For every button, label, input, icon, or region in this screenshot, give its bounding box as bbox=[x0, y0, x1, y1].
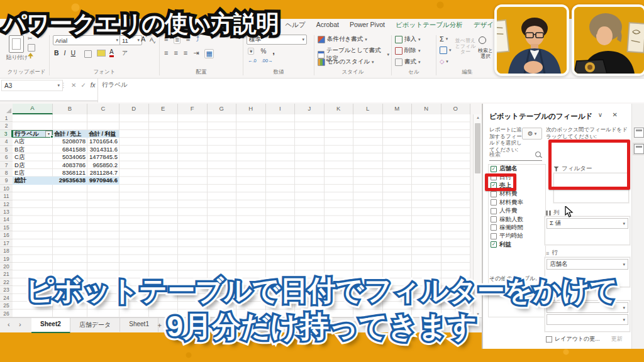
increase-decimal-icon[interactable]: ←.0 bbox=[248, 58, 257, 63]
pivot-sales-value[interactable]: 5034065 bbox=[53, 153, 87, 161]
row-number[interactable]: 20 bbox=[0, 263, 13, 270]
font-color-icon[interactable]: A bbox=[109, 48, 114, 57]
field-checkbox[interactable] bbox=[491, 233, 497, 239]
row-number[interactable]: 7 bbox=[0, 162, 13, 169]
insert-function-button[interactable]: fx bbox=[91, 82, 96, 89]
pivot-sales-value[interactable]: 4083786 bbox=[53, 162, 87, 169]
field-list-item[interactable]: 稼働時間 bbox=[489, 224, 545, 232]
pivot-total-sales[interactable]: 29535638 bbox=[53, 177, 87, 184]
pivot-sales-value[interactable]: 8368121 bbox=[53, 169, 87, 177]
field-list-item[interactable]: ✓利益 bbox=[489, 241, 545, 249]
field-checkbox[interactable] bbox=[491, 216, 497, 222]
row-number[interactable]: 3 bbox=[0, 130, 13, 138]
panel-close-icon[interactable]: ✕ bbox=[613, 111, 618, 118]
row-number[interactable]: 9 bbox=[0, 177, 13, 184]
row-number[interactable]: 18 bbox=[0, 247, 13, 255]
autosum-button[interactable]: Σ▾ bbox=[440, 35, 448, 43]
percent-icon[interactable]: % bbox=[260, 48, 266, 55]
name-box[interactable]: A3▾ bbox=[1, 80, 63, 91]
field-list-item[interactable]: 人件費 bbox=[489, 207, 545, 215]
row-number[interactable]: 11 bbox=[0, 192, 13, 200]
merge-center-icon[interactable]: ▦ bbox=[204, 49, 213, 58]
italic-button[interactable]: I bbox=[64, 49, 66, 57]
underline-button[interactable]: U bbox=[71, 49, 76, 57]
name-box-dropdown-icon[interactable]: ▾ bbox=[57, 83, 60, 88]
insert-cells-button[interactable]: 挿入▾ bbox=[395, 35, 421, 43]
copy-icon[interactable] bbox=[28, 44, 35, 52]
align-center-icon[interactable]: ≡ bbox=[174, 49, 177, 58]
field-checkbox[interactable] bbox=[491, 208, 497, 214]
field-list-item[interactable]: 稼動人数 bbox=[489, 215, 545, 223]
row-number[interactable]: 10 bbox=[0, 185, 13, 192]
row-number[interactable]: 17 bbox=[0, 239, 13, 247]
column-header[interactable]: E bbox=[149, 104, 179, 114]
row-number[interactable]: 19 bbox=[0, 255, 13, 263]
currency-icon[interactable]: ¥ bbox=[248, 48, 254, 55]
row-number[interactable]: 4 bbox=[0, 138, 13, 145]
field-list-item[interactable]: 平均時給 bbox=[489, 232, 545, 240]
clear-button[interactable]: ◇▾ bbox=[440, 58, 448, 65]
align-right-icon[interactable]: ≡ bbox=[184, 49, 187, 58]
pivot-header-cell[interactable]: 合計 / 売上 bbox=[53, 130, 87, 138]
column-header[interactable]: F bbox=[178, 104, 208, 114]
phonetic-icon[interactable]: ア bbox=[122, 49, 128, 57]
column-header[interactable]: H bbox=[236, 104, 266, 114]
ribbon-tab[interactable]: Acrobat bbox=[316, 21, 339, 30]
formula-input[interactable]: 行ラベル bbox=[97, 79, 644, 102]
delete-cells-button[interactable]: 削除▾ bbox=[395, 47, 421, 55]
columns-area-dropzone[interactable]: Σ 値▾ bbox=[545, 216, 630, 245]
field-checkbox[interactable] bbox=[491, 199, 497, 206]
column-header[interactable]: B bbox=[53, 104, 87, 114]
row-number[interactable]: 2 bbox=[0, 122, 13, 129]
column-header[interactable]: K bbox=[325, 104, 354, 114]
row-number[interactable]: 13 bbox=[0, 208, 13, 216]
indent-icon[interactable]: ⇥ bbox=[193, 49, 199, 58]
column-header[interactable]: M bbox=[383, 104, 413, 114]
pivot-row-label[interactable]: E店 bbox=[13, 169, 53, 177]
row-number[interactable]: 16 bbox=[0, 231, 13, 239]
field-list-item[interactable]: 材料費率 bbox=[489, 199, 545, 207]
pivot-total-label[interactable]: 総計 bbox=[13, 177, 53, 184]
column-header[interactable]: G bbox=[208, 104, 237, 114]
pivot-profit-value[interactable]: 965850.2 bbox=[87, 162, 119, 169]
row-number[interactable]: 6 bbox=[0, 153, 13, 161]
enter-button[interactable]: ✓ bbox=[80, 82, 86, 89]
find-select-button[interactable]: 検索と選択 bbox=[476, 48, 495, 59]
pivot-header-cell[interactable]: 合計 / 利益 bbox=[87, 130, 119, 138]
column-header[interactable]: N bbox=[412, 104, 441, 114]
row-number[interactable]: 12 bbox=[0, 200, 13, 208]
cell-styles-button[interactable]: セルのスタイル▾ bbox=[318, 58, 374, 66]
column-header[interactable]: D bbox=[119, 104, 149, 114]
borders-icon[interactable] bbox=[84, 50, 92, 58]
field-checkbox[interactable]: ✓ bbox=[491, 166, 497, 172]
scroll-up-icon[interactable]: ▴ bbox=[474, 115, 482, 120]
ribbon-tab[interactable]: ヘルプ bbox=[285, 21, 305, 30]
column-header[interactable]: A bbox=[13, 104, 53, 114]
panel-chevron-icon[interactable]: ∨ bbox=[598, 111, 602, 118]
row-number[interactable]: 15 bbox=[0, 224, 13, 231]
paste-label[interactable]: 貼り付け bbox=[6, 54, 28, 62]
tools-gear-button[interactable]: ⚙ ▾ bbox=[522, 128, 542, 140]
field-checkbox[interactable]: ✓ bbox=[491, 241, 497, 248]
row-number[interactable]: 1 bbox=[0, 114, 13, 122]
format-painter-icon[interactable] bbox=[28, 53, 33, 58]
calculator-panel-icon[interactable] bbox=[634, 144, 644, 154]
ribbon-tab[interactable]: Power Pivot bbox=[350, 21, 385, 30]
fill-button[interactable]: ▾ bbox=[440, 47, 452, 54]
row-number[interactable]: 14 bbox=[0, 216, 13, 223]
pivot-table[interactable]: 行ラベル▾合計 / 売上合計 / 利益A店52080781701654.6B店6… bbox=[13, 130, 119, 185]
ribbon-tab[interactable]: ピボットテーブル分析 bbox=[396, 21, 463, 30]
fill-color-icon[interactable] bbox=[97, 50, 106, 57]
cancel-button[interactable]: ✕ bbox=[71, 82, 76, 89]
column-header[interactable]: C bbox=[87, 104, 119, 114]
field-checkbox[interactable] bbox=[491, 191, 497, 197]
row-number[interactable]: 5 bbox=[0, 146, 13, 153]
pivot-row-label[interactable]: D店 bbox=[13, 162, 53, 169]
format-cells-button[interactable]: 書式▾ bbox=[395, 58, 421, 66]
pivot-profit-value[interactable]: 3014311.6 bbox=[87, 146, 119, 153]
conditional-formatting-button[interactable]: 条件付き書式▾ bbox=[318, 35, 367, 43]
field-checkbox[interactable] bbox=[491, 224, 497, 231]
search-input[interactable]: 検索 bbox=[489, 149, 542, 161]
pivot-row-label[interactable]: B店 bbox=[13, 146, 53, 153]
bold-button[interactable]: B bbox=[54, 49, 59, 57]
